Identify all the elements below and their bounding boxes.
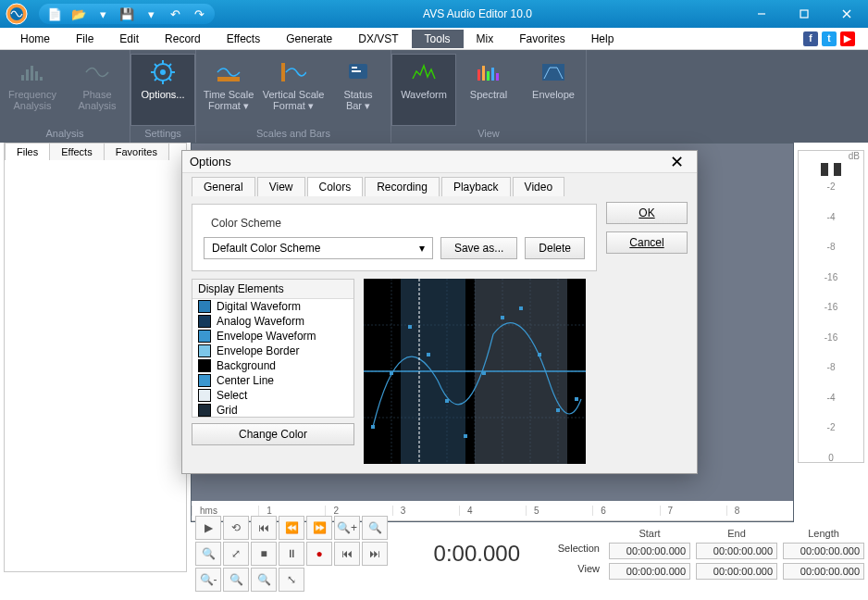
ribbon-verticalscaleformat[interactable]: Vertical ScaleFormat ▾ bbox=[261, 54, 326, 126]
display-elements-list[interactable]: Display Elements Digital WaveformAnalog … bbox=[192, 279, 354, 418]
zoom-v2-button[interactable]: ⤡ bbox=[279, 568, 304, 592]
freq-icon bbox=[18, 59, 47, 85]
zoom-reset-button[interactable]: 🔍 bbox=[251, 568, 277, 592]
display-item[interactable]: Analog Waveform bbox=[192, 314, 353, 329]
record-button[interactable]: ● bbox=[306, 542, 332, 566]
zoom-100-button[interactable]: 🔍 bbox=[195, 542, 221, 566]
qa-undo-icon[interactable]: ↶ bbox=[165, 6, 185, 22]
chevron-down-icon: ▾ bbox=[419, 242, 425, 255]
ribbon-group-label: Analysis bbox=[46, 126, 84, 141]
display-item[interactable]: Grid bbox=[192, 403, 353, 418]
svg-rect-55 bbox=[538, 353, 541, 356]
timegrid-cell[interactable]: 00:00:00.000 bbox=[609, 563, 690, 580]
dlgtab-general[interactable]: General bbox=[192, 177, 255, 196]
zoom-sel-button[interactable]: 🔍 bbox=[362, 516, 388, 540]
end-button[interactable]: ⏭ bbox=[362, 542, 388, 566]
menu-file[interactable]: File bbox=[63, 30, 106, 48]
loop-button[interactable]: ⟲ bbox=[223, 516, 249, 540]
ribbon-timescaleformat[interactable]: Time ScaleFormat ▾ bbox=[196, 54, 261, 126]
pause-button[interactable]: ⏸ bbox=[279, 542, 304, 566]
zoom-out-button[interactable]: 🔍- bbox=[195, 568, 221, 592]
change-color-button[interactable]: Change Color bbox=[192, 423, 354, 445]
display-item-label: Select bbox=[217, 389, 247, 402]
zoom-in-button[interactable]: 🔍+ bbox=[334, 516, 360, 540]
play-button[interactable]: ▶ bbox=[195, 516, 221, 540]
menu-generate[interactable]: Generate bbox=[273, 30, 345, 48]
time-display: 0:00.000 bbox=[419, 541, 535, 567]
ribbon-spectral[interactable]: Spectral bbox=[456, 54, 521, 126]
menu-edit[interactable]: Edit bbox=[106, 30, 152, 48]
timegrid-cell[interactable]: 00:00:00.000 bbox=[696, 543, 777, 559]
scheme-legend: Color Scheme bbox=[207, 217, 285, 230]
minimize-button[interactable] bbox=[740, 0, 783, 28]
maximize-button[interactable] bbox=[783, 0, 825, 28]
gear-icon bbox=[148, 59, 178, 85]
ribbon-waveform[interactable]: Waveform bbox=[391, 54, 456, 126]
timegrid-cell[interactable]: 00:00:00.000 bbox=[783, 543, 864, 559]
svg-rect-7 bbox=[26, 69, 29, 81]
menu-mix[interactable]: Mix bbox=[464, 30, 507, 48]
db-bar-right bbox=[834, 163, 841, 176]
ok-button[interactable]: OK bbox=[606, 202, 688, 224]
color-swatch bbox=[198, 344, 211, 357]
qa-save-icon[interactable]: 💾 bbox=[117, 6, 137, 22]
menu-effects[interactable]: Effects bbox=[214, 30, 273, 48]
timegrid-cell[interactable]: 00:00:00.000 bbox=[609, 543, 690, 559]
scheme-combo[interactable]: Default Color Scheme ▾ bbox=[204, 237, 433, 259]
sidetab-favorites[interactable]: Favorites bbox=[104, 143, 169, 160]
dlgtab-colors[interactable]: Colors bbox=[307, 177, 364, 196]
youtube-icon[interactable]: ▶ bbox=[840, 31, 855, 46]
qa-open-icon[interactable]: 📂 bbox=[68, 6, 89, 22]
dlgtab-playback[interactable]: Playback bbox=[441, 177, 511, 196]
ffwd-button[interactable]: ⏩ bbox=[306, 516, 332, 540]
twitter-icon[interactable]: t bbox=[822, 31, 837, 46]
display-item-label: Background bbox=[217, 359, 276, 372]
display-item[interactable]: Center Line bbox=[192, 373, 353, 388]
timegrid-cell[interactable]: 00:00:00.000 bbox=[783, 563, 864, 580]
menu-record[interactable]: Record bbox=[152, 30, 214, 48]
facebook-icon[interactable]: f bbox=[803, 31, 818, 46]
display-item[interactable]: Background bbox=[192, 358, 353, 373]
menu-dxvst[interactable]: DX/VST bbox=[345, 30, 411, 48]
menu-home[interactable]: Home bbox=[7, 30, 63, 48]
vscale-icon bbox=[279, 59, 308, 85]
dlgtab-view[interactable]: View bbox=[257, 177, 305, 196]
save-as-button[interactable]: Save as... bbox=[440, 237, 517, 259]
ribbon-statusbar[interactable]: StatusBar ▾ bbox=[326, 54, 391, 126]
menu-favorites[interactable]: Favorites bbox=[506, 30, 577, 48]
display-item[interactable]: Digital Waveform bbox=[192, 299, 353, 314]
start-button[interactable]: ⏮ bbox=[334, 542, 360, 566]
dlgtab-recording[interactable]: Recording bbox=[365, 177, 440, 196]
svg-rect-46 bbox=[371, 425, 375, 429]
qa-redo-icon[interactable]: ↷ bbox=[189, 6, 209, 22]
timegrid-cell[interactable]: 00:00:00.000 bbox=[696, 563, 777, 580]
display-item[interactable]: Select bbox=[192, 388, 353, 403]
db-scale-value: -4 bbox=[808, 212, 854, 222]
menubar: HomeFileEditRecordEffectsGenerateDX/VSTT… bbox=[0, 28, 868, 50]
menu-help[interactable]: Help bbox=[578, 30, 627, 48]
delete-button[interactable]: Delete bbox=[525, 237, 585, 259]
dialog-close-icon[interactable]: ✕ bbox=[664, 152, 689, 172]
svg-rect-25 bbox=[352, 70, 361, 72]
display-item[interactable]: Envelope Waveform bbox=[192, 329, 353, 344]
cancel-button[interactable]: Cancel bbox=[606, 231, 688, 254]
dlgtab-video[interactable]: Video bbox=[513, 177, 564, 196]
ribbon-options[interactable]: Options... bbox=[130, 54, 195, 126]
titlebar: 📄 📂 ▾ 💾 ▾ ↶ ↷ AVS Audio Editor 10.0 bbox=[0, 0, 868, 28]
timescale-icon bbox=[214, 59, 243, 85]
ribbon-envelope[interactable]: Envelope bbox=[521, 54, 586, 126]
zoom-fit-button[interactable]: 🔍 bbox=[223, 568, 249, 592]
display-item[interactable]: Envelope Border bbox=[192, 344, 353, 358]
close-button[interactable] bbox=[825, 0, 868, 28]
rewind-button[interactable]: ⏪ bbox=[279, 516, 304, 540]
menu-tools[interactable]: Tools bbox=[412, 30, 464, 48]
display-item-label: Digital Waveform bbox=[217, 300, 301, 313]
stop-button[interactable]: ■ bbox=[251, 542, 277, 566]
sidetab-files[interactable]: Files bbox=[5, 143, 50, 160]
qa-dropdown2-icon[interactable]: ▾ bbox=[141, 6, 161, 22]
qa-dropdown-icon[interactable]: ▾ bbox=[93, 6, 113, 22]
sidetab-effects[interactable]: Effects bbox=[49, 143, 104, 160]
prev-button[interactable]: ⏮ bbox=[251, 516, 277, 540]
qa-new-icon[interactable]: 📄 bbox=[44, 6, 65, 22]
zoom-v-button[interactable]: ⤢ bbox=[223, 542, 249, 566]
